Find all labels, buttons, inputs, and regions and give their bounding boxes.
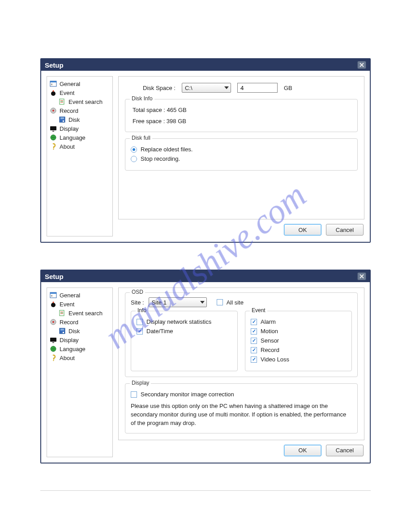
checkbox-icon [137,319,143,325]
site-label: Site : [131,299,144,306]
display-group: Display Secondary monitor image correcti… [125,383,358,433]
sidebar-item-display[interactable]: Display [49,124,111,133]
radio-stop-recording[interactable]: Stop recording. [131,155,352,162]
osd-group: OSD Site : Site 1 All site [125,292,358,377]
sidebar-item-about[interactable]: About [49,353,111,362]
sidebar-item-label: Disk [68,116,80,123]
event-search-icon [59,98,66,105]
checkbox-date-time[interactable]: ✓ Date/Time [137,328,232,335]
svg-rect-25 [60,313,63,313]
svg-rect-31 [63,332,64,333]
disk-size-input[interactable] [237,83,278,93]
sidebar-item-record[interactable]: Record [49,106,111,115]
ok-button[interactable]: OK [284,224,321,236]
ok-button[interactable]: OK [284,445,321,456]
checkbox-alarm[interactable]: ✓ Alarm [251,318,346,325]
event-legend: Event [250,307,267,313]
svg-rect-30 [60,329,64,330]
checkbox-icon: ✓ [137,328,143,335]
drive-select[interactable]: C:\ [182,83,231,93]
close-icon [360,63,364,67]
checkbox-label: Record [261,347,279,353]
site-select-value: Site 1 [152,299,167,306]
svg-rect-32 [50,338,56,342]
checkbox-icon [131,391,137,398]
cancel-button[interactable]: Cancel [326,224,364,236]
sidebar-item-label: Language [60,134,86,141]
sidebar-item-event-search[interactable]: Event search [49,97,111,106]
cancel-button[interactable]: Cancel [326,445,364,456]
checkbox-icon: ✓ [251,328,257,335]
checkbox-sensor[interactable]: ✓ Sensor [251,337,346,344]
sidebar-item-label: Event search [68,310,103,317]
svg-rect-19 [50,292,56,294]
checkbox-secondary-monitor[interactable]: Secondary monitor image correction [131,391,352,398]
svg-rect-1 [50,81,56,82]
svg-point-4 [51,91,56,96]
sidebar-item-event[interactable]: Event [49,300,111,309]
site-select[interactable]: Site 1 [149,297,207,307]
event-search-icon [59,309,66,317]
general-icon [50,292,57,299]
sidebar-item-general[interactable]: General [49,291,111,300]
close-button[interactable] [357,272,366,280]
dialog-button-row: OK Cancel [118,219,364,236]
checkbox-label: All site [227,299,244,306]
checkbox-video-loss[interactable]: ✓ Video Loss [251,356,346,363]
disk-info-group: Disk Info Total space : 465 GB Free spac… [125,99,358,132]
display-legend: Display [130,380,151,386]
disk-size-unit: GB [284,85,292,91]
sidebar-item-label: Disk [68,328,80,335]
svg-rect-7 [60,101,63,102]
chevron-down-icon [200,301,205,304]
checkbox-icon: ✓ [251,319,257,325]
svg-rect-15 [52,131,54,132]
svg-rect-26 [60,313,63,314]
sidebar-item-event[interactable]: Event [49,88,111,97]
sidebar-item-label: General [60,81,80,87]
disk-info-legend: Disk Info [130,95,154,102]
display-note: Please use this option only on the PC wh… [131,402,352,428]
radio-replace-oldest[interactable]: Replace oldest files. [131,146,352,153]
display-icon [50,125,57,132]
sidebar-item-label: Display [60,337,79,343]
sidebar-item-disk[interactable]: Disk [49,115,111,124]
sidebar-item-label: Display [60,125,79,132]
setup-dialog-display: Setup General Event Event search Record [40,270,371,463]
disk-full-legend: Disk full [130,135,152,141]
sidebar-item-label: Event [60,90,74,96]
checkbox-label: Secondary monitor image correction [141,391,234,398]
sidebar-item-disk[interactable]: Disk [49,326,111,335]
svg-point-10 [52,110,54,112]
checkbox-label: Display network statistics [146,318,211,325]
sidebar-item-record[interactable]: Record [49,317,111,326]
general-icon [50,80,57,87]
titlebar: Setup [41,270,370,282]
disk-icon [59,327,66,335]
drive-select-value: C:\ [185,85,193,91]
info-group: Info Display network statistics ✓ Date/T… [131,311,238,371]
svg-rect-3 [51,85,52,85]
sidebar-item-label: About [60,355,75,361]
radio-label: Replace oldest files. [141,146,193,153]
sidebar-item-about[interactable]: About [49,142,111,151]
sidebar-item-display[interactable]: Display [49,335,111,344]
sidebar-item-label: Event search [68,99,103,105]
svg-rect-2 [51,84,52,84]
checkbox-motion[interactable]: ✓ Motion [251,328,346,335]
nav-sidebar: General Event Event search Record Disk D… [47,76,113,236]
checkbox-label: Alarm [261,318,276,325]
checkbox-all-site[interactable]: All site [217,299,244,306]
checkbox-record[interactable]: ✓ Record [251,347,346,353]
sidebar-item-language[interactable]: Language [49,133,111,142]
sidebar-item-general[interactable]: General [49,79,111,88]
sidebar-item-label: About [60,143,75,150]
disk-full-group: Disk full Replace oldest files. Stop rec… [125,138,358,171]
sidebar-item-event-search[interactable]: Event search [49,309,111,317]
checkbox-network-stats[interactable]: Display network statistics [137,318,232,325]
close-button[interactable] [357,61,366,69]
radio-icon [131,156,137,162]
sidebar-item-language[interactable]: Language [49,344,111,353]
checkbox-icon: ✓ [251,356,257,363]
language-icon [50,134,57,141]
